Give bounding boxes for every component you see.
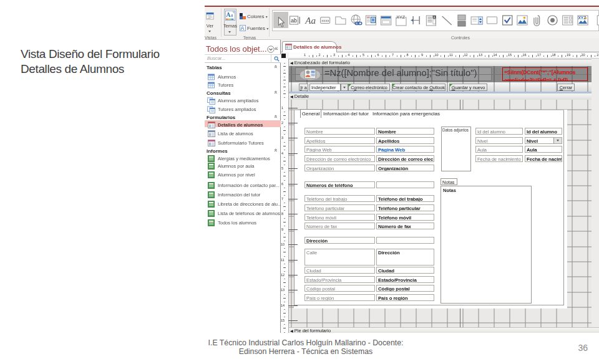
svg-text:Aa: Aa <box>304 16 316 26</box>
svg-text:a: a <box>231 12 233 18</box>
svg-text:xxxx: xxxx <box>321 19 329 22</box>
svg-text:ab: ab <box>291 17 297 24</box>
svg-text:A: A <box>226 11 231 18</box>
svg-text:A: A <box>241 26 245 31</box>
svg-text:XYZ: XYZ <box>396 16 405 20</box>
